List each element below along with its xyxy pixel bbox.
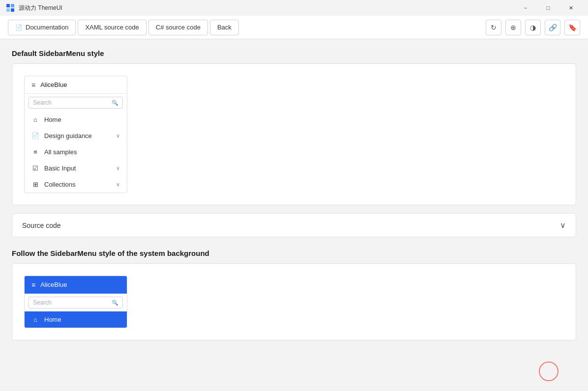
sidebar-menu-blue: ≡ AliceBlue 🔍 ⌂ Home — [24, 276, 127, 328]
refresh-icon: ↻ — [491, 24, 497, 31]
chevron-down-icon-2: ∨ — [116, 165, 120, 171]
home-icon: ⌂ — [31, 116, 39, 123]
minimize-button[interactable]: − — [514, 0, 537, 16]
share-icon: ⊕ — [510, 24, 516, 31]
search-input-default[interactable] — [33, 99, 109, 106]
toolbar-nav-buttons: 📄 Documentation XAML source code C# sour… — [8, 20, 239, 35]
contrast-icon: ◑ — [530, 24, 536, 31]
titlebar: 源动力 ThemeUI − □ ✕ — [0, 0, 588, 16]
section1-title: Default SidebarMenu style — [12, 49, 576, 57]
chevron-down-icon-3: ∨ — [116, 181, 120, 188]
svg-rect-0 — [6, 4, 10, 7]
design-guidance-icon: 📄 — [31, 132, 39, 140]
basic-input-icon: ☑ — [31, 165, 39, 172]
xaml-label: XAML source code — [85, 24, 139, 31]
all-samples-icon: ≡ — [31, 148, 39, 156]
nav-item-collections[interactable]: ⊞ Collections ∨ — [25, 176, 127, 193]
doc-icon: 📄 — [15, 24, 23, 31]
close-button[interactable]: ✕ — [559, 0, 582, 16]
source-code-chevron: ∨ — [560, 221, 566, 230]
nav-label-design-guidance: Design guidance — [44, 132, 92, 140]
csharp-source-button[interactable]: C# source code — [148, 20, 208, 35]
bookmark-button[interactable]: 🔖 — [564, 20, 580, 35]
sidebar-header-blue: ≡ AliceBlue — [25, 276, 127, 294]
sidebar-menu-default: ≡ AliceBlue 🔍 ⌂ Home 📄 Design guidance ∨… — [24, 76, 127, 193]
source-code-bar[interactable]: Source code ∨ — [12, 213, 576, 237]
svg-rect-3 — [11, 8, 14, 12]
titlebar-left: 源动力 ThemeUI — [6, 3, 62, 12]
app-logo — [6, 3, 15, 12]
search-icon: 🔍 — [112, 100, 118, 106]
nav-item-basic-input[interactable]: ☑ Basic Input ∨ — [25, 160, 127, 176]
sidebar-title-blue: AliceBlue — [40, 281, 67, 288]
link-button[interactable]: 🔗 — [545, 20, 560, 35]
documentation-label: Documentation — [26, 24, 68, 31]
chevron-down-icon: ∨ — [116, 133, 120, 139]
back-button[interactable]: Back — [210, 20, 239, 35]
svg-rect-2 — [6, 8, 10, 12]
svg-rect-1 — [11, 4, 14, 7]
nav-label-basic-input: Basic Input — [44, 165, 76, 172]
section1-demo-card: ≡ AliceBlue 🔍 ⌂ Home 📄 Design guidance ∨… — [12, 63, 576, 205]
section2-title: Follow the SidebarMenu style of the syst… — [12, 249, 576, 257]
source-code-label: Source code — [22, 222, 61, 229]
bookmark-icon: 🔖 — [568, 24, 577, 31]
link-icon: 🔗 — [549, 24, 557, 31]
share-button[interactable]: ⊕ — [505, 20, 521, 35]
app-title: 源动力 ThemeUI — [19, 4, 62, 12]
sidebar-search-default[interactable]: 🔍 — [29, 97, 123, 109]
back-label: Back — [217, 24, 232, 31]
nav-label-all-samples: All samples — [44, 148, 77, 156]
csharp-label: C# source code — [156, 24, 201, 31]
contrast-button[interactable]: ◑ — [525, 20, 541, 35]
hamburger-icon: ≡ — [31, 82, 35, 88]
sidebar-header-default: ≡ AliceBlue — [25, 76, 127, 94]
nav-label-collections: Collections — [44, 181, 76, 188]
sidebar-search-blue[interactable]: 🔍 — [29, 297, 123, 308]
sidebar-title-default: AliceBlue — [40, 81, 67, 88]
section2-demo-card: ≡ AliceBlue 🔍 ⌂ Home — [12, 263, 576, 340]
maximize-button[interactable]: □ — [537, 0, 559, 16]
collections-icon: ⊞ — [31, 181, 39, 188]
search-input-blue[interactable] — [33, 299, 109, 306]
main-content: Default SidebarMenu style ≡ AliceBlue 🔍 … — [0, 39, 588, 391]
nav-item-home[interactable]: ⌂ Home — [25, 112, 127, 128]
toolbar-action-buttons: ↻ ⊕ ◑ 🔗 🔖 — [486, 20, 580, 35]
titlebar-controls: − □ ✕ — [514, 0, 582, 16]
xaml-source-button[interactable]: XAML source code — [78, 20, 146, 35]
toolbar: 📄 Documentation XAML source code C# sour… — [0, 16, 588, 39]
home-icon-blue: ⌂ — [31, 316, 39, 323]
refresh-button[interactable]: ↻ — [486, 20, 501, 35]
hamburger-icon-blue: ≡ — [31, 281, 35, 288]
nav-label-home: Home — [44, 116, 61, 123]
nav-item-home-blue[interactable]: ⌂ Home — [25, 311, 127, 328]
nav-item-design-guidance[interactable]: 📄 Design guidance ∨ — [25, 128, 127, 144]
nav-label-home-blue: Home — [44, 316, 61, 323]
documentation-button[interactable]: 📄 Documentation — [8, 20, 76, 35]
search-icon-blue: 🔍 — [112, 300, 118, 306]
nav-item-all-samples[interactable]: ≡ All samples — [25, 144, 127, 160]
